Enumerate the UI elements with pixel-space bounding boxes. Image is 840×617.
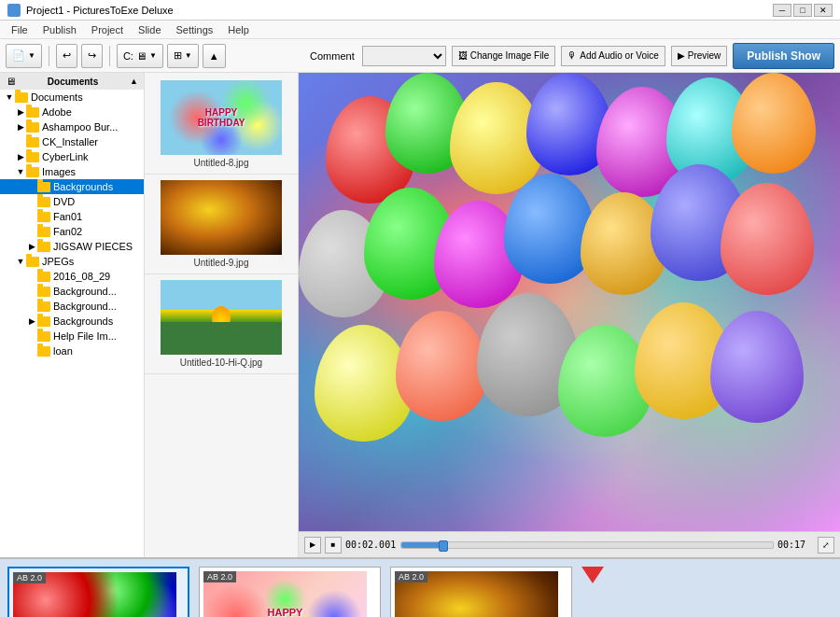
view-icon: ⊞: [174, 49, 182, 62]
main-content: 🖥 Documents ▲ ▼ Documents ▶ Adobe ▶ Asha…: [0, 73, 840, 557]
slide-badge-1: AB 2.0: [13, 572, 46, 583]
tree-item-documents[interactable]: ▼ Documents: [0, 90, 144, 105]
timecode-total: 00:17: [777, 540, 810, 550]
tree-label-backgrounds2: Backgrounds: [53, 316, 113, 327]
tree-item-helpfile[interactable]: ▶ Help File Im...: [0, 329, 144, 344]
undo-button[interactable]: ↩: [56, 44, 77, 68]
tree-label-backgrounds: Backgrounds: [53, 181, 113, 192]
menu-file[interactable]: File: [4, 22, 35, 37]
timecode-current: 00:02.001: [345, 540, 397, 550]
slide-badge-2: AB 2.0: [203, 571, 236, 582]
tree-item-jpegs[interactable]: ▼ JPEGs: [0, 254, 144, 269]
thumbnail-item-1[interactable]: HAPPYBIRTHDAY Untitled-8.jpg: [145, 73, 298, 175]
folder-icon: [26, 107, 39, 118]
drive-button[interactable]: C: 🖥 ▼: [117, 44, 163, 68]
view-button[interactable]: ⊞ ▼: [167, 44, 199, 68]
up-icon: ▲: [209, 50, 219, 62]
menu-settings[interactable]: Settings: [169, 22, 221, 37]
slide-thumb-3[interactable]: AB 2.0 7.0 3. Untitled-9: [390, 567, 572, 617]
window-controls[interactable]: ─ □ ✕: [773, 4, 833, 17]
tree-item-adobe[interactable]: ▶ Adobe: [0, 105, 144, 119]
tree-label-ashampoo: Ashampoo Bur...: [42, 121, 118, 133]
preview-button[interactable]: ▶ Preview: [671, 46, 728, 66]
minimize-button[interactable]: ─: [773, 4, 791, 17]
tree-item-loan[interactable]: ▶ loan: [0, 344, 144, 358]
tree-label-cyberlink: CyberLink: [42, 151, 89, 162]
menu-publish[interactable]: Publish: [35, 22, 84, 37]
change-image-button[interactable]: 🖼 Change Image File: [452, 46, 556, 66]
preview-icon: ▶: [678, 50, 685, 61]
folder-icon: [37, 272, 50, 282]
comment-section: Comment: [310, 46, 446, 66]
tree-label-adobe: Adobe: [42, 106, 72, 118]
folder-icon: [37, 242, 50, 252]
slide-thumb-1[interactable]: AB 2.0 5.0 1. Untitled-7: [7, 567, 189, 617]
thumbnail-item-3[interactable]: Untitled-10-Hi-Q.jpg: [145, 274, 298, 374]
menu-project[interactable]: Project: [84, 22, 131, 37]
tree-item-bg2[interactable]: ▶ Background...: [0, 299, 144, 314]
file-panel-title: Documents: [48, 77, 98, 87]
thumbnail-item-2[interactable]: Untitled-9.jpg: [145, 175, 298, 274]
tree-item-backgrounds2[interactable]: ▶ Backgrounds: [0, 314, 144, 329]
add-audio-button[interactable]: 🎙 Add Audio or Voice: [561, 46, 665, 66]
new-button[interactable]: 📄 ▼: [6, 44, 42, 68]
arrow-icon: ▶: [15, 152, 26, 161]
file-panel: 🖥 Documents ▲ ▼ Documents ▶ Adobe ▶ Asha…: [0, 73, 145, 557]
tree-label-bg1: Background...: [53, 286, 117, 297]
new-dropdown-icon: ▼: [28, 51, 35, 60]
folder-icon: [26, 152, 39, 162]
maximize-button[interactable]: □: [793, 4, 812, 17]
publish-show-button[interactable]: Publish Show: [733, 43, 834, 69]
file-panel-header: 🖥 Documents ▲: [0, 73, 144, 90]
add-audio-label: Add Audio or Voice: [580, 50, 659, 61]
slide-thumb-2[interactable]: AB 2.0 HAPPYBIRTHDAY! 5.0 2. Untitled-8: [199, 567, 381, 617]
collapse-icon[interactable]: ▲: [130, 77, 138, 86]
menu-slide[interactable]: Slide: [131, 22, 168, 37]
folder-icon: [26, 167, 39, 177]
arrow-icon: ▼: [4, 92, 15, 102]
arrow-icon: ▶: [15, 107, 26, 117]
play-button[interactable]: ▶: [304, 537, 321, 554]
app-icon: [7, 4, 21, 17]
tree-item-backgrounds-selected[interactable]: ▶ Backgrounds: [0, 179, 144, 194]
timeline-bar[interactable]: [400, 541, 774, 549]
menu-help[interactable]: Help: [220, 22, 257, 37]
tree-label-2016: 2016_08_29: [53, 271, 110, 282]
tree-item-jigsaw[interactable]: ▶ JIGSAW PIECES: [0, 239, 144, 254]
tree-item-2016[interactable]: ▶ 2016_08_29: [0, 269, 144, 284]
tree-item-cyberlink[interactable]: ▶ CyberLink: [0, 149, 144, 164]
toolbar: 📄 ▼ ↩ ↪ C: 🖥 ▼ ⊞ ▼ ▲ Comment 🖼 Change Im…: [0, 39, 840, 73]
preview-panel: ▶ ■ 00:02.001 00:17 ⤢: [299, 73, 840, 557]
tree-label-loan: loan: [53, 345, 73, 357]
arrow-icon: ▶: [26, 242, 37, 251]
tree-item-fan01[interactable]: ▶ Fan01: [0, 209, 144, 224]
folder-icon: [37, 212, 50, 222]
tree-label-documents: Documents: [31, 91, 83, 103]
comment-label: Comment: [310, 50, 355, 62]
tree-item-images[interactable]: ▼ Images: [0, 164, 144, 179]
preview-image: [299, 73, 840, 531]
tree-item-ck[interactable]: ▶ CK_Installer: [0, 134, 144, 149]
tree-item-dvd[interactable]: ▶ DVD: [0, 194, 144, 209]
tree-item-fan02[interactable]: ▶ Fan02: [0, 224, 144, 239]
arrow-down-indicator: [581, 567, 604, 583]
thumbnail-label-1: Untitled-8.jpg: [150, 158, 292, 168]
fullscreen-button[interactable]: ⤢: [818, 537, 834, 554]
change-image-label: Change Image File: [470, 50, 550, 61]
arrow-icon: ▼: [15, 167, 26, 176]
stop-button[interactable]: ■: [325, 537, 342, 554]
close-button[interactable]: ✕: [814, 4, 833, 17]
tree-item-bg1[interactable]: ▶ Background...: [0, 284, 144, 299]
view-dropdown-icon: ▼: [185, 51, 192, 60]
toolbar-right: Comment 🖼 Change Image File 🎙 Add Audio …: [310, 43, 834, 69]
folder-icon: [37, 227, 50, 237]
timeline-handle[interactable]: [439, 540, 448, 552]
redo-button[interactable]: ↪: [81, 44, 103, 68]
folder-icon: [26, 137, 39, 147]
toolbar-separator-1: [49, 46, 49, 66]
preview-label: Preview: [688, 50, 721, 61]
up-button[interactable]: ▲: [203, 44, 226, 68]
comment-dropdown[interactable]: [362, 46, 446, 66]
folder-icon: [37, 316, 50, 327]
tree-item-ashampoo[interactable]: ▶ Ashampoo Bur...: [0, 119, 144, 134]
